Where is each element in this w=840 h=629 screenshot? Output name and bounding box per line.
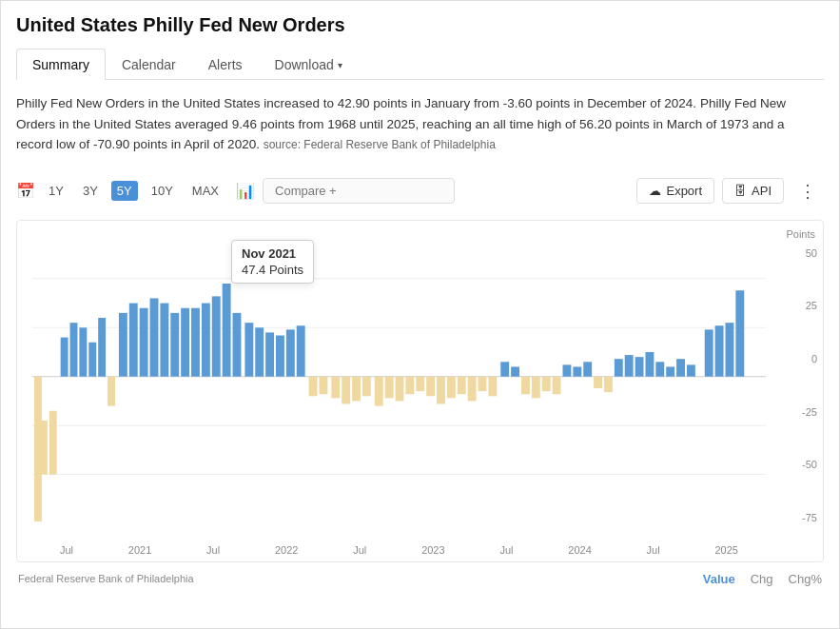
svg-rect-40 (396, 376, 404, 401)
svg-rect-32 (309, 376, 318, 396)
svg-rect-45 (447, 376, 456, 398)
chevron-down-icon: ▾ (338, 60, 342, 70)
api-button[interactable]: 🗄 API (722, 178, 784, 204)
y-label-n25: -25 (802, 406, 817, 418)
svg-rect-14 (119, 313, 127, 377)
svg-rect-21 (191, 307, 200, 376)
x-label-2023: 2023 (421, 544, 444, 556)
svg-rect-47 (468, 376, 477, 401)
svg-rect-29 (276, 335, 284, 376)
svg-rect-54 (542, 376, 551, 390)
footer-tabs: Value Chg Chg% (703, 572, 822, 586)
time-3y-button[interactable]: 3Y (77, 181, 104, 201)
footer-tab-value[interactable]: Value (703, 572, 735, 586)
svg-rect-9 (70, 323, 78, 377)
y-axis: 50 25 0 -25 -50 -75 (802, 247, 817, 523)
x-axis: Jul 2021 Jul 2022 Jul 2023 Jul 2024 Jul … (32, 544, 766, 556)
export-button[interactable]: ☁ Export (636, 178, 714, 204)
svg-rect-72 (735, 290, 744, 377)
svg-rect-8 (61, 337, 68, 376)
x-label-2024: 2024 (568, 544, 591, 556)
tab-alerts[interactable]: Alerts (192, 49, 259, 80)
svg-rect-28 (265, 332, 274, 376)
svg-rect-67 (676, 359, 685, 377)
svg-rect-46 (458, 376, 466, 394)
time-10y-button[interactable]: 10Y (146, 181, 179, 201)
chart-type-icon[interactable]: 📊 (236, 182, 255, 200)
svg-rect-62 (625, 355, 634, 377)
calendar-icon[interactable]: 📅 (16, 182, 35, 200)
svg-rect-11 (88, 342, 96, 376)
x-label-jul3: Jul (353, 544, 366, 556)
svg-rect-57 (573, 366, 581, 376)
svg-rect-51 (511, 366, 519, 376)
svg-rect-18 (160, 303, 168, 376)
compare-input[interactable] (263, 178, 455, 204)
svg-rect-52 (521, 376, 530, 394)
svg-rect-71 (725, 323, 733, 377)
export-icon: ☁ (649, 184, 661, 198)
svg-rect-33 (319, 376, 327, 394)
svg-rect-70 (715, 325, 724, 376)
svg-rect-49 (488, 376, 497, 396)
svg-rect-55 (553, 376, 561, 394)
svg-rect-20 (181, 307, 189, 376)
svg-rect-10 (79, 327, 87, 376)
svg-rect-43 (426, 376, 435, 396)
svg-rect-58 (583, 362, 592, 376)
tab-download[interactable]: Download ▾ (259, 49, 359, 80)
svg-rect-39 (385, 376, 394, 398)
chart-svg (32, 249, 766, 523)
chart-footer: Federal Reserve Bank of Philadelphia Val… (16, 572, 824, 586)
svg-rect-64 (645, 352, 654, 377)
svg-rect-41 (405, 376, 414, 394)
time-1y-button[interactable]: 1Y (43, 181, 69, 201)
svg-rect-16 (140, 307, 148, 376)
svg-rect-53 (532, 376, 540, 398)
svg-rect-27 (255, 327, 264, 376)
x-label-jul5: Jul (647, 544, 660, 556)
svg-rect-31 (297, 325, 305, 376)
svg-rect-61 (615, 359, 623, 377)
svg-rect-66 (666, 366, 674, 376)
svg-rect-56 (562, 364, 571, 376)
svg-rect-13 (107, 376, 115, 405)
svg-rect-30 (286, 329, 295, 376)
svg-rect-50 (500, 362, 509, 376)
page-wrapper: United States Philly Fed New Orders Summ… (0, 0, 840, 629)
svg-rect-35 (342, 376, 350, 403)
svg-rect-7 (34, 376, 42, 521)
svg-rect-6 (49, 410, 57, 474)
svg-rect-15 (129, 303, 138, 376)
svg-rect-60 (604, 376, 613, 391)
description-text: Philly Fed New Orders in the United Stat… (16, 93, 824, 155)
time-max-button[interactable]: MAX (186, 181, 225, 201)
svg-rect-65 (655, 362, 664, 376)
svg-rect-44 (437, 376, 445, 403)
points-label: Points (786, 228, 815, 240)
svg-rect-42 (416, 376, 424, 390)
y-label-n75: -75 (802, 512, 817, 523)
footer-tab-chgpct[interactable]: Chg% (789, 572, 822, 586)
source-text: source: Federal Reserve Bank of Philadel… (264, 138, 496, 151)
more-options-button[interactable]: ⋮ (791, 178, 824, 205)
svg-rect-19 (170, 313, 179, 377)
chart-area: Points (16, 220, 824, 562)
svg-rect-37 (362, 376, 371, 396)
y-label-n50: -50 (802, 459, 817, 470)
svg-rect-36 (352, 376, 361, 401)
tab-calendar[interactable]: Calendar (106, 49, 192, 80)
page-title: United States Philly Fed New Orders (16, 14, 824, 36)
svg-rect-68 (687, 364, 695, 376)
footer-tab-chg[interactable]: Chg (751, 572, 773, 586)
database-icon: 🗄 (734, 184, 747, 198)
x-label-2022: 2022 (275, 544, 298, 556)
tab-summary[interactable]: Summary (16, 49, 106, 80)
time-5y-button[interactable]: 5Y (111, 181, 138, 201)
x-label-jul: Jul (60, 544, 73, 556)
svg-rect-23 (212, 296, 221, 376)
svg-rect-63 (635, 357, 644, 377)
tab-bar: Summary Calendar Alerts Download ▾ (16, 48, 824, 80)
x-label-2021: 2021 (128, 544, 151, 556)
svg-rect-24 (223, 284, 231, 377)
